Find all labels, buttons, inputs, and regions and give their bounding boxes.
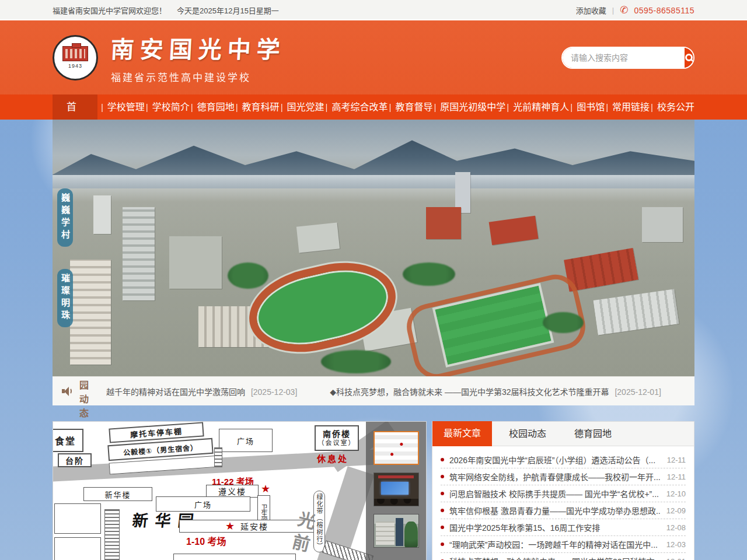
hero-campus-aerial-photo: 巍巍学村 璀璨明珠 <box>53 120 694 376</box>
article-date: 12-08 <box>666 523 686 532</box>
map-plaza-top: 广场 <box>219 429 273 452</box>
bullet-icon <box>441 458 444 461</box>
ticker-item-text: 越千年的精神对话在国光中学激荡回响 <box>106 387 245 397</box>
hero-building <box>296 222 340 253</box>
nav-item-library[interactable]: 图书馆 <box>569 94 605 120</box>
nav-item-gaokao-reform[interactable]: 高考综合改革 <box>324 94 388 120</box>
nav-item-guangqian-spirit[interactable]: 光前精神育人 <box>505 94 569 120</box>
article-date: 12-09 <box>666 506 686 515</box>
article-date: 12-10 <box>666 489 686 498</box>
ticker-item-date: [2025-12-01] <box>615 387 661 397</box>
map-building-bottom-cut <box>173 554 296 560</box>
search-button[interactable] <box>685 48 693 68</box>
bullet-icon <box>441 526 444 529</box>
hero-red-roof-building <box>426 207 461 239</box>
article-row[interactable]: 问思启智融技术 校际携手共提质—— 国光中学“名优校+”... 12-10 <box>441 485 686 502</box>
nav-item-school-intro[interactable]: 学校简介 <box>145 94 190 120</box>
map-xinhua-building: 新华楼 <box>83 487 152 501</box>
article-date: 12-11 <box>667 473 686 481</box>
article-date: 12-01 <box>666 557 686 560</box>
bullet-icon <box>441 492 444 495</box>
tab-campus-news[interactable]: 校园动态 <box>498 422 557 446</box>
slideshow-thumbnail-strip <box>366 422 426 560</box>
nav-item-home[interactable]: 首页 <box>53 94 97 120</box>
article-title: 问思启智融技术 校际携手共提质—— 国光中学“名优校+”... <box>449 488 661 499</box>
tab-latest-articles[interactable]: 最新文章 <box>432 421 492 446</box>
news-ticker-bar: 校园动态 越千年的精神对话在国光中学激荡回响 [2025-12-03] ◆科技点… <box>53 376 694 405</box>
school-name: 南安国光中学 <box>110 31 287 65</box>
welcome-text: 福建省南安国光中学官网欢迎您！ <box>53 5 166 16</box>
tab-moral-education[interactable]: 德育园地 <box>563 422 623 446</box>
map-nanqiao-name: 南侨楼 <box>323 429 351 439</box>
main-navigation: 首页 学校管理 学校简介 德育园地 教育科研 国光党建 高考综合改革 教育督导 … <box>0 94 747 120</box>
map-steps: 台阶 <box>58 453 92 467</box>
slideshow-thumb-building[interactable] <box>374 514 419 548</box>
hero-trees <box>228 262 268 289</box>
hero-building <box>642 207 683 242</box>
article-row[interactable]: 科技点亮梦想，融合铸就未来——国光中学第32届科技文... 12-01 <box>441 553 686 560</box>
ticker-item[interactable]: 越千年的精神对话在国光中学激荡回响 [2025-12-03] <box>106 386 297 397</box>
article-row[interactable]: 筑牢信仰根基 激昂青春力量——国光中学成功举办思想政... 12-09 <box>441 502 686 519</box>
article-row[interactable]: 筑牢网络安全防线，护航青春健康成长——我校初一年开... 12-11 <box>441 468 686 485</box>
article-date: 12-11 <box>667 456 686 464</box>
article-row[interactable]: 2026年南安国光中学“启辰班”（小学组）遴选活动公告（... 12-11 <box>441 452 686 468</box>
search-input[interactable] <box>563 48 685 68</box>
date-text: 今天是2025年12月15日星期一 <box>177 5 279 16</box>
hero-building <box>594 289 679 335</box>
logo-building-icon <box>62 46 88 61</box>
logo-founding-year: 1943 <box>68 63 82 69</box>
map-building-left-lower <box>54 537 101 560</box>
nav-item-common-links[interactable]: 常用链接 <box>605 94 650 120</box>
campus-map-slideshow[interactable]: 食堂 摩托车停车棚 公毅楼①（男生宿舍） 台阶 广场 南侨楼 （会议室） 休息处… <box>53 421 427 560</box>
nav-item-list: 学校管理 学校简介 德育园地 教育科研 国光党建 高考综合改革 教育督导 原国光… <box>97 94 694 120</box>
school-subtitle: 福建省示范性高中建设学校 <box>111 69 286 84</box>
article-title: “理响武荣”声动校园：一场跨越千年的精神对话在国光中... <box>449 538 661 550</box>
hero-haze <box>53 175 694 202</box>
map-nanqiao-building: 南侨楼 （会议室） <box>315 425 359 451</box>
nav-item-moral-education[interactable]: 德育园地 <box>190 94 235 120</box>
add-favorite-link[interactable]: 添加收藏 <box>576 5 606 16</box>
phone-number: 0595-86585115 <box>634 6 694 15</box>
ticker-item-date: [2025-12-03] <box>251 387 297 397</box>
article-row[interactable]: 国光中学2025年秋季第15、16周工作安排 12-08 <box>441 519 686 536</box>
map-building-left <box>54 503 101 534</box>
school-logo[interactable]: 1943 <box>53 35 98 80</box>
map-nanqiao-sub: （会议室） <box>318 439 356 447</box>
map-yanan-name: 延安楼 <box>240 520 268 532</box>
map-road-name-label: 光前 <box>284 508 320 559</box>
slideshow-thumb-classroom[interactable] <box>374 473 419 506</box>
hero-building <box>93 195 111 234</box>
hero-building <box>169 236 222 289</box>
search-icon <box>685 54 693 61</box>
ticker-item-text: ◆科技点亮梦想，融合铸就未来 ——国光中学第32届科技文化艺术节隆重开幕 <box>330 387 609 397</box>
topbar-divider: | <box>612 6 614 15</box>
hero-building <box>70 260 111 365</box>
hero-slogan-bottom: 璀璨明珠 <box>57 269 73 327</box>
bullet-icon <box>441 475 444 478</box>
hero-trees <box>543 312 584 333</box>
article-date: 12-03 <box>666 540 686 549</box>
hero-trees <box>403 262 455 286</box>
nav-item-school-affairs[interactable]: 校务公开 <box>650 94 694 120</box>
hero-slogan-badges: 巍巍学村 璀璨明珠 <box>57 188 73 327</box>
top-utility-bar: 福建省南安国光中学官网欢迎您！ 今天是2025年12月15日星期一 添加收藏 |… <box>0 0 747 20</box>
map-exam-1-10-label: 1-10 考场 <box>186 534 226 548</box>
nav-item-education-research[interactable]: 教育科研 <box>235 94 280 120</box>
map-canteen: 食堂 <box>53 429 83 452</box>
ticker-item[interactable]: ◆科技点亮梦想，融合铸就未来 ——国光中学第32届科技文化艺术节隆重开幕 [20… <box>330 386 661 397</box>
nav-item-supervision[interactable]: 教育督导 <box>388 94 432 120</box>
article-row[interactable]: “理响武荣”声动校园：一场跨越千年的精神对话在国光中... 12-03 <box>441 536 686 553</box>
hero-building <box>123 207 155 300</box>
map-rest-area-label: 休息处 <box>317 452 348 464</box>
speaker-icon <box>62 386 74 397</box>
nav-item-party-building[interactable]: 国光党建 <box>280 94 324 120</box>
article-title: 筑牢网络安全防线，护航青春健康成长——我校初一年开... <box>449 471 661 482</box>
article-title: 2026年南安国光中学“启辰班”（小学组）遴选活动公告（... <box>449 454 661 466</box>
phone-icon: ✆ <box>620 5 628 15</box>
map-zunyi-building: 遵义楼 <box>206 485 259 498</box>
nav-item-school-management[interactable]: 学校管理 <box>100 94 145 120</box>
slideshow-thumb-map[interactable] <box>374 431 419 465</box>
hero-trees <box>321 350 391 373</box>
articles-tab-bar: 最新文章 校园动态 德育园地 <box>432 422 694 446</box>
nav-item-junior-school[interactable]: 原国光初级中学 <box>432 94 505 120</box>
